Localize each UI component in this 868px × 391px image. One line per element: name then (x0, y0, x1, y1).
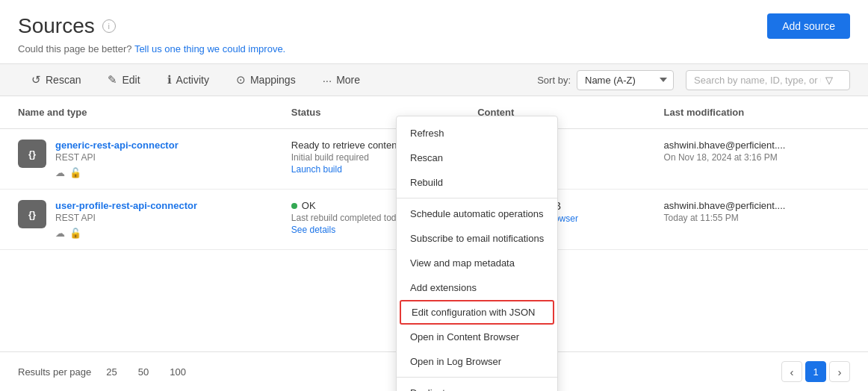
activity-icon: ℹ (167, 73, 172, 87)
sort-section: Sort by: Name (A-Z) Name (Z-A) Last modi… (537, 70, 850, 90)
edit-icon: ✎ (108, 73, 117, 87)
more-button[interactable]: ··· More (309, 65, 373, 96)
sort-select[interactable]: Name (A-Z) Name (Z-A) Last modified (577, 70, 674, 90)
launch-build-link[interactable]: Launch build (291, 164, 342, 175)
source-icon: {} (18, 200, 46, 228)
dropdown-item-subscribe[interactable]: Subscribe to email notifications (397, 226, 557, 250)
mod-email: ashwini.bhave@perficient.... (664, 200, 850, 211)
cloud-icon: ☁ (55, 228, 65, 239)
rescan-button[interactable]: ↺ Rescan (18, 64, 94, 96)
feedback-row: Could this page be better? Tell us one t… (18, 43, 850, 54)
info-icon[interactable]: i (102, 19, 116, 33)
rescan-icon: ↺ (31, 73, 41, 87)
source-cell: {} generic-rest-api-connector REST API ☁… (18, 140, 291, 178)
col-header-modification: Last modification (664, 102, 850, 122)
rescan-label: Rescan (46, 74, 81, 86)
lock-icon: 🔓 (69, 167, 81, 178)
source-badges: ☁ 🔓 (55, 167, 179, 178)
status-main: OK (302, 200, 316, 211)
mod-email: ashwini.bhave@perficient.... (664, 140, 850, 151)
mod-time: Today at 11:55 PM (664, 213, 850, 223)
edit-button[interactable]: ✎ Edit (94, 64, 153, 96)
cloud-icon: ☁ (55, 167, 65, 178)
search-box: ▽ (686, 70, 850, 90)
modification-cell: ashwini.bhave@perficient.... Today at 11… (664, 200, 850, 223)
filter-icon: ▽ (825, 75, 833, 86)
more-icon: ··· (323, 74, 332, 87)
source-cell: {} user-profile-rest-api-connector REST … (18, 200, 291, 239)
activity-button[interactable]: ℹ Activity (154, 64, 223, 96)
source-type: REST API (55, 152, 179, 163)
activity-label: Activity (176, 74, 209, 86)
feedback-question: Could this page be better? (18, 43, 132, 54)
see-details-link[interactable]: See details (291, 225, 335, 235)
lock-icon: 🔓 (69, 228, 81, 239)
dropdown-item-schedule[interactable]: Schedule automatic operations (397, 201, 557, 226)
page-header: Sources i Add source Could this page be … (0, 0, 868, 63)
feedback-link[interactable]: Tell us one thing we could improve. (134, 43, 285, 54)
source-badges: ☁ 🔓 (55, 228, 197, 239)
page-title: Sources (18, 14, 95, 38)
more-dropdown-menu: Refresh Rescan Rebuild Schedule automati… (396, 116, 558, 250)
col-header-name: Name and type (18, 102, 291, 122)
sort-label: Sort by: (537, 75, 571, 86)
source-name[interactable]: user-profile-rest-api-connector (55, 200, 197, 211)
modification-cell: ashwini.bhave@perficient.... On Nov 18, … (664, 140, 850, 163)
mappings-label: Mappings (250, 74, 296, 86)
add-source-button[interactable]: Add source (767, 13, 850, 39)
dropdown-item-rebuild[interactable]: Rebuild (397, 170, 557, 195)
source-name[interactable]: generic-rest-api-connector (55, 140, 179, 151)
dropdown-divider (397, 198, 557, 198)
source-icon: {} (18, 140, 46, 168)
mappings-icon: ⊙ (236, 73, 246, 87)
source-type: REST API (55, 213, 197, 223)
dropdown-item-refresh[interactable]: Refresh (397, 121, 557, 146)
search-input[interactable] (694, 75, 821, 86)
dropdown-item-rescan[interactable]: Rescan (397, 146, 557, 170)
status-ok-indicator (291, 203, 297, 209)
mappings-button[interactable]: ⊙ Mappings (223, 64, 309, 96)
toolbar: ↺ Rescan ✎ Edit ℹ Activity ⊙ Mappings ··… (0, 63, 868, 96)
mod-time: On Nov 18, 2024 at 3:16 PM (664, 152, 850, 163)
more-label: More (336, 74, 360, 86)
edit-label: Edit (122, 74, 140, 86)
